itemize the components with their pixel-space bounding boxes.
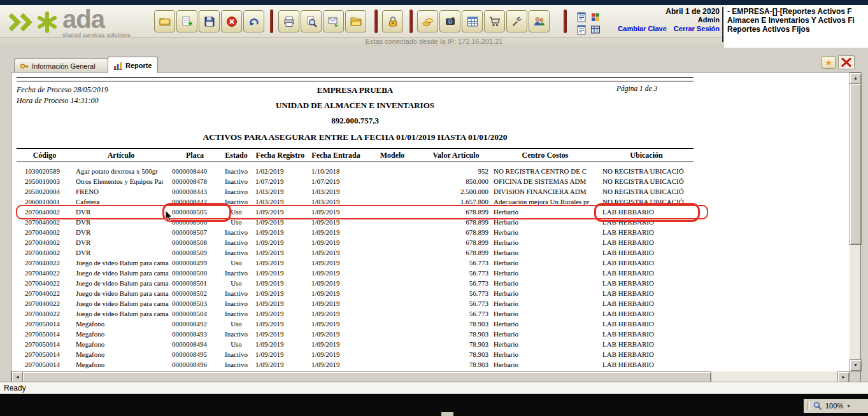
report-cell: 1/09/2019 [252, 319, 308, 329]
favorite-button[interactable]: ★ [822, 56, 836, 69]
report-row: 2070040002DVR0000008506Uso1/09/20191/09/… [17, 217, 694, 227]
report-cell: 1/09/2019 [252, 207, 308, 217]
report-cell: LAB HERBARIO [599, 207, 694, 217]
send-mail-button[interactable] [323, 10, 344, 32]
report-cell: Herbario [491, 237, 599, 247]
report-cell: 2070040002 [17, 207, 73, 217]
report-cell: Otros Elementos y Equipos Par [73, 176, 169, 186]
report-company: EMPRESA PRUEBA [17, 85, 694, 95]
toolbar-separator [564, 10, 567, 33]
report-list-icon-2[interactable] [575, 25, 587, 36]
report-cell: 1/02/2019 [252, 162, 308, 177]
report-cell [364, 258, 421, 268]
scroll-down-button[interactable]: ▼ [850, 359, 862, 371]
star-icon: ★ [825, 58, 832, 67]
report-cell: 952 [421, 162, 491, 177]
cancel-button[interactable] [221, 10, 242, 32]
close-tab-button[interactable] [838, 55, 855, 69]
vertical-scrollbar[interactable]: ▲ ▼ [850, 73, 860, 371]
report-cell: 1/07/2019 [252, 176, 308, 186]
tab-informacion-general[interactable]: Información General [14, 59, 119, 73]
report-cell: 2.500.000 [421, 186, 491, 197]
report-cell: 1/09/2019 [308, 329, 364, 339]
report-list-icon[interactable] [575, 12, 587, 23]
tools-button[interactable] [506, 10, 527, 32]
toolbar-group-security [382, 10, 403, 32]
change-password-link[interactable]: Cambiar Clave [618, 25, 666, 32]
report-cell: DVR [73, 237, 169, 247]
report-cell: Uso [220, 258, 252, 268]
report-cell: NO REGISTRA CENTRO DE C [491, 162, 599, 177]
report-cell: 2070040022 [17, 288, 73, 298]
report-cell: DVR [73, 207, 169, 217]
report-cell [364, 359, 421, 370]
lock-button[interactable] [382, 10, 403, 32]
open-file-button[interactable] [345, 10, 366, 32]
save-button[interactable] [199, 10, 220, 32]
report-cell [364, 186, 421, 197]
search-button[interactable] [301, 10, 322, 32]
report-row: 2060010001Cafetera0000008442Inactivo1/03… [17, 197, 694, 207]
report-cell: Inactivo [220, 349, 252, 359]
report-cell: 1/09/2019 [252, 217, 308, 227]
chart-icon [113, 61, 122, 70]
report-row: 2050020004FRENO0000008443Inactivo1/03/20… [17, 186, 694, 197]
report-cell: 2070050014 [17, 349, 73, 359]
report-cell [364, 217, 421, 227]
cart-button[interactable] [484, 10, 505, 32]
report-cell: 1/09/2019 [252, 309, 308, 319]
grid-button[interactable] [462, 10, 483, 32]
zoom-control[interactable]: 100% ▼ [804, 399, 868, 413]
zoom-level: 100% [825, 402, 843, 410]
report-cell: 56.773 [421, 278, 491, 288]
report-cell: Herbario [491, 329, 599, 339]
ada-logo-icon [8, 10, 61, 38]
report-cell: 1/09/2019 [308, 339, 364, 349]
report-cell [364, 207, 421, 217]
report-cell: 1/09/2019 [308, 237, 364, 247]
snapshot-button[interactable] [439, 10, 460, 32]
close-icon [841, 58, 851, 67]
report-row: 2070050014Megafono0000008492Uso1/09/2019… [17, 319, 694, 329]
report-cell: Uso [220, 278, 252, 288]
zoom-magnifier-icon [813, 401, 822, 410]
print-button[interactable] [278, 10, 299, 32]
report-cell [364, 268, 421, 278]
report-cell: 0000008495 [169, 349, 220, 359]
status-bar: Ready [0, 382, 868, 394]
report-cell: Uso [220, 217, 252, 227]
money-button[interactable] [417, 10, 438, 32]
report-cell: 78.903 [421, 319, 491, 329]
report-cell: 56.773 [421, 298, 491, 309]
report-cell: 2050020004 [17, 186, 73, 197]
undo-button[interactable] [243, 10, 264, 32]
report-cell: Inactivo [220, 237, 252, 247]
vertical-scroll-thumb[interactable] [850, 83, 862, 245]
horizontal-scrollbar[interactable]: ◄ ► [11, 371, 850, 382]
report-cell: 850.000 [421, 176, 491, 186]
logout-link[interactable]: Cerrar Sesión [674, 25, 720, 32]
status-text: Ready [4, 384, 26, 392]
report-cell: LAB HERBARIO [599, 258, 694, 268]
report-cell: Megafono [73, 339, 169, 349]
report-cell: Inactivo [220, 162, 252, 177]
report-cell: Inactivo [220, 197, 252, 207]
report-cell: 1/09/2019 [308, 298, 364, 309]
report-cell: 1/09/2019 [252, 268, 308, 278]
open-folder-button[interactable] [154, 10, 175, 32]
new-record-button[interactable] [176, 10, 197, 32]
report-row: 2070040002DVR0000008507Inactivo1/09/2019… [17, 227, 694, 237]
report-cell: 1/09/2019 [308, 217, 364, 227]
report-cell: NO REGISTRA UBICACIÓ [599, 197, 694, 207]
users-button[interactable] [529, 10, 550, 32]
report-cell: 0000008503 [169, 298, 220, 309]
report-cell [364, 288, 421, 298]
report-cell: LAB HERBARIO [599, 339, 694, 349]
report-cell: 2070040022 [17, 298, 73, 309]
report-cell: 2070040022 [17, 309, 73, 319]
col-placa: Placa [169, 149, 220, 162]
report-cell: 0000008478 [169, 176, 220, 186]
mouse-cursor [164, 210, 173, 223]
report-cell [364, 247, 421, 258]
tab-reporte[interactable]: Reporte [108, 57, 158, 73]
